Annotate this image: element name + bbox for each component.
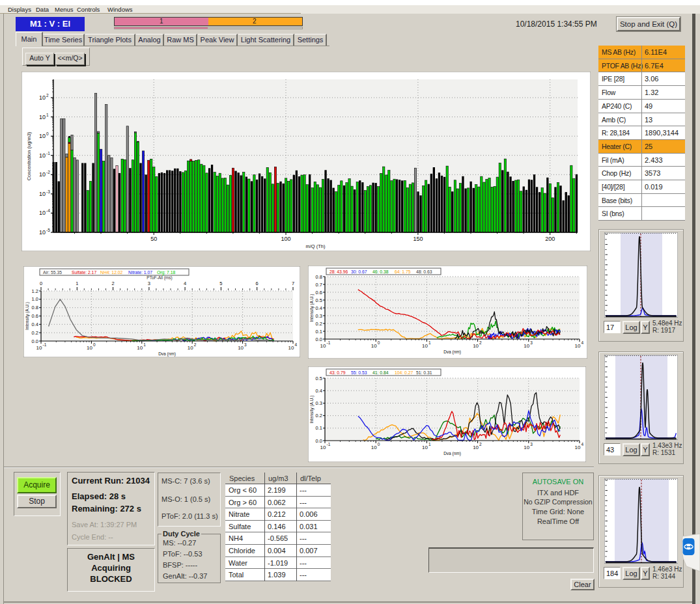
svg-text:10: 10: [575, 343, 581, 349]
svg-text:7: 7: [292, 281, 294, 286]
svg-text:0.8: 0.8: [32, 305, 38, 310]
svg-text:1: 1: [143, 342, 146, 347]
svg-text:51: 0.31: 51: 0.31: [416, 370, 432, 375]
svg-text:0.3: 0.3: [316, 313, 322, 319]
svg-text:0.0: 0.0: [32, 338, 38, 344]
svg-text:10: 10: [238, 345, 244, 351]
svg-text:Intensity (A.U.): Intensity (A.U.): [25, 302, 30, 330]
svg-text:2: 2: [479, 442, 482, 446]
svg-text:41: 0.84: 41: 0.84: [372, 370, 389, 375]
svg-text:10: 10: [188, 345, 193, 351]
svg-text:10: 10: [422, 343, 428, 349]
svg-text:0.2: 0.2: [32, 330, 38, 336]
svg-text:10: 10: [320, 343, 326, 349]
svg-text:-4: -4: [46, 208, 50, 213]
svg-text:64: 1.75: 64: 1.75: [395, 269, 411, 274]
svg-text:Concentration (ug/m3): Concentration (ug/m3): [26, 131, 32, 180]
svg-text:28: 43.96: 28: 43.96: [329, 269, 348, 274]
svg-text:0: 0: [40, 281, 42, 286]
svg-text:10: 10: [39, 229, 46, 236]
svg-text:10: 10: [575, 445, 581, 450]
svg-text:10: 10: [39, 152, 46, 159]
svg-text:10: 10: [473, 445, 479, 450]
svg-text:55: 0.53: 55: 0.53: [351, 370, 367, 375]
svg-text:0: 0: [46, 131, 49, 136]
svg-text:10: 10: [39, 94, 46, 101]
svg-text:10: 10: [137, 345, 143, 351]
svg-text:Dva (nm): Dva (nm): [443, 350, 461, 355]
svg-text:10: 10: [473, 343, 479, 349]
svg-text:2: 2: [194, 342, 197, 347]
svg-text:0.5: 0.5: [316, 376, 322, 381]
svg-text:2: 2: [479, 340, 482, 345]
svg-text:48: 0.63: 48: 0.63: [416, 269, 432, 274]
svg-text:Sulfate: 2.17: Sulfate: 2.17: [72, 270, 96, 275]
svg-text:Intensity (A.U.): Intensity (A.U.): [309, 294, 315, 322]
svg-text:0.6: 0.6: [316, 290, 322, 295]
svg-text:-1: -1: [327, 442, 331, 446]
svg-text:NH4: 12.02: NH4: 12.02: [100, 270, 123, 275]
svg-text:0.2: 0.2: [316, 413, 322, 419]
svg-text:-3: -3: [46, 189, 50, 194]
svg-text:-1: -1: [43, 342, 47, 347]
svg-text:50: 50: [150, 236, 157, 242]
svg-text:1: 1: [428, 442, 431, 446]
svg-text:-2: -2: [46, 170, 50, 174]
svg-text:150: 150: [413, 236, 423, 242]
svg-text:10: 10: [39, 171, 46, 178]
svg-text:10: 10: [524, 445, 529, 450]
svg-text:0.1: 0.1: [316, 425, 322, 431]
svg-text:3: 3: [530, 340, 533, 345]
svg-text:0.0: 0.0: [316, 438, 322, 444]
svg-text:Nitrate: 1.07: Nitrate: 1.07: [128, 270, 152, 275]
svg-text:4: 4: [295, 342, 298, 347]
svg-text:10: 10: [39, 191, 46, 197]
svg-text:0.3: 0.3: [316, 400, 322, 406]
svg-text:Dva (nm): Dva (nm): [158, 351, 176, 357]
svg-text:m/Q (Th): m/Q (Th): [306, 243, 326, 249]
svg-text:4: 4: [581, 442, 584, 446]
svg-text:0.6: 0.6: [32, 313, 38, 319]
svg-text:10: 10: [524, 343, 529, 349]
svg-text:0.7: 0.7: [316, 282, 322, 288]
svg-text:10: 10: [371, 343, 377, 349]
svg-text:43: 0.79: 43: 0.79: [329, 370, 346, 375]
svg-text:10: 10: [39, 210, 46, 216]
svg-text:100: 100: [281, 236, 290, 242]
svg-text:0: 0: [378, 442, 380, 446]
svg-text:4: 4: [184, 281, 186, 286]
svg-text:10: 10: [371, 445, 377, 450]
svg-text:5: 5: [219, 281, 222, 286]
svg-text:1.0: 1.0: [32, 296, 38, 302]
svg-text:-5: -5: [46, 228, 50, 232]
svg-text:0.2: 0.2: [316, 321, 322, 327]
svg-text:46: 0.38: 46: 0.38: [372, 269, 389, 274]
svg-text:Air: 55.35: Air: 55.35: [43, 270, 62, 275]
svg-text:0: 0: [378, 340, 380, 345]
svg-text:2: 2: [112, 281, 115, 286]
svg-text:0: 0: [93, 342, 96, 347]
svg-text:104: 0.27: 104: 0.27: [395, 370, 413, 375]
svg-text:0.5: 0.5: [316, 297, 322, 303]
svg-text:10: 10: [39, 114, 46, 120]
svg-text:10: 10: [39, 133, 46, 139]
svg-text:6: 6: [256, 281, 259, 286]
svg-text:3: 3: [244, 342, 247, 347]
svg-text:2: 2: [46, 93, 49, 98]
svg-text:1: 1: [76, 281, 78, 286]
svg-text:10: 10: [422, 445, 428, 450]
svg-text:30: 0.67: 30: 0.67: [351, 269, 367, 274]
svg-text:10: 10: [320, 445, 326, 450]
svg-text:3: 3: [148, 281, 150, 286]
svg-text:1: 1: [428, 340, 431, 345]
svg-text:-1: -1: [327, 340, 331, 345]
svg-text:3: 3: [530, 442, 533, 446]
svg-text:Dva (nm): Dva (nm): [443, 451, 461, 456]
svg-text:200: 200: [545, 236, 555, 242]
svg-text:10: 10: [36, 345, 42, 351]
svg-text:0.4: 0.4: [32, 322, 38, 327]
svg-text:10: 10: [87, 345, 92, 351]
svg-text:4: 4: [581, 340, 584, 345]
svg-text:0.0: 0.0: [316, 336, 322, 342]
svg-text:-1: -1: [46, 151, 50, 156]
